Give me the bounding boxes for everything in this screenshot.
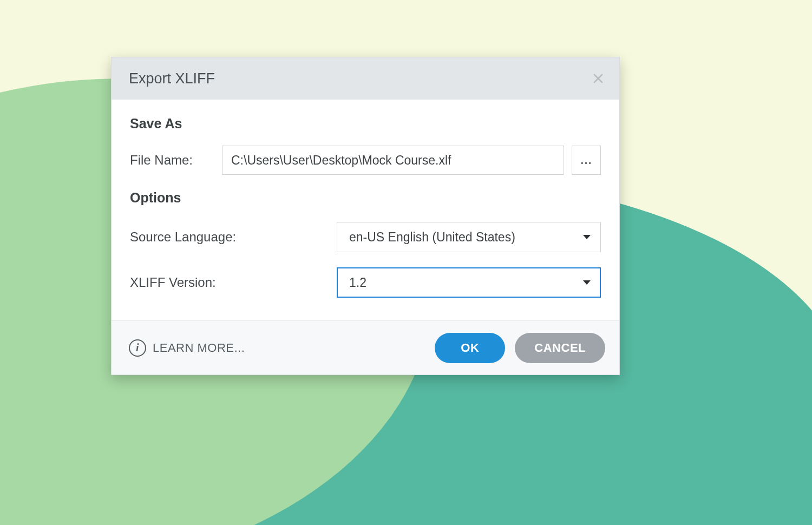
footer-buttons: OK CANCEL xyxy=(435,333,605,363)
dialog-footer: i LEARN MORE... OK CANCEL xyxy=(112,320,619,375)
save-as-heading: Save As xyxy=(130,116,601,132)
dialog-title: Export XLIFF xyxy=(129,70,215,87)
learn-more-link[interactable]: i LEARN MORE... xyxy=(129,339,245,357)
learn-more-label: LEARN MORE... xyxy=(153,341,245,355)
file-name-input[interactable] xyxy=(222,146,564,175)
xliff-version-label: XLIFF Version: xyxy=(130,275,337,290)
chevron-down-icon xyxy=(583,235,591,239)
xliff-version-value: 1.2 xyxy=(349,275,366,290)
ellipsis-icon: ... xyxy=(580,153,592,167)
source-language-label: Source Language: xyxy=(130,229,337,245)
source-language-select[interactable]: en-US English (United States) xyxy=(337,222,601,252)
source-language-value: en-US English (United States) xyxy=(349,230,515,245)
xliff-version-row: XLIFF Version: 1.2 xyxy=(130,267,601,298)
info-icon: i xyxy=(129,339,146,357)
xliff-version-select[interactable]: 1.2 xyxy=(337,267,601,298)
browse-button[interactable]: ... xyxy=(572,146,601,175)
export-xliff-dialog: Export XLIFF Save As File Name: ... Opti… xyxy=(111,57,620,375)
dialog-body: Save As File Name: ... Options Source La… xyxy=(112,100,619,320)
close-icon[interactable] xyxy=(592,73,604,84)
cancel-button[interactable]: CANCEL xyxy=(515,333,605,363)
source-language-row: Source Language: en-US English (United S… xyxy=(130,222,601,252)
file-name-label: File Name: xyxy=(130,153,222,168)
dialog-titlebar: Export XLIFF xyxy=(112,57,619,100)
chevron-down-icon xyxy=(583,280,591,285)
options-heading: Options xyxy=(130,190,601,206)
ok-button[interactable]: OK xyxy=(435,333,505,363)
file-name-row: File Name: ... xyxy=(130,146,601,175)
